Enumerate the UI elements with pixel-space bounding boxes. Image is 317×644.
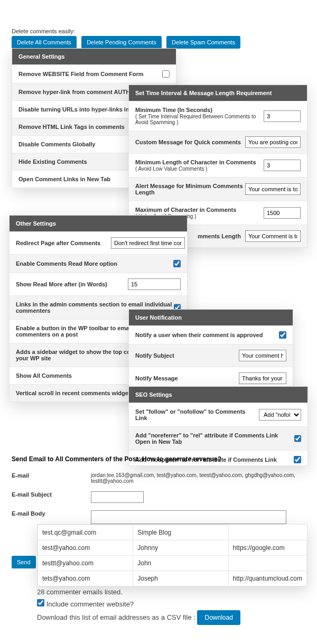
readmore-checkbox[interactable]: [173, 260, 181, 267]
setting-label: Add "noreferrer" to "rel" attribute if C…: [135, 432, 294, 445]
setting-label: Custom Message for Quick comments: [135, 139, 245, 145]
setting-row: Set "follow" or "nofollow" to Comments L…: [129, 403, 307, 426]
notify-message-input[interactable]: [239, 372, 286, 384]
setting-label: mments Length: [198, 233, 245, 239]
seo-panel: SEO Settings Set "follow" or "nofollow" …: [128, 386, 308, 466]
table-row: tets@yahoo.comJosephhttp://quantumcloud.…: [38, 571, 307, 586]
setting-row: Enable Comments Read More option: [10, 254, 187, 273]
setting-row: Custom Message for Quick comments: [129, 130, 307, 153]
follow-select[interactable]: Add "nofollow": [259, 409, 301, 421]
notification-panel: User Notification Notify a user when the…: [128, 309, 293, 390]
name-cell: Joseph: [133, 571, 228, 586]
name-cell: Johnny: [133, 540, 228, 556]
email-list-value: jordan.lee.163@gmail.com, test@yahoo.com…: [91, 472, 307, 484]
general-settings-header: General Settings: [12, 49, 176, 64]
website-field-checkbox[interactable]: [162, 70, 170, 78]
url-cell[interactable]: http://quantumcloud.com: [228, 571, 306, 586]
email-cell[interactable]: testtt@yahoo.com: [38, 556, 133, 571]
setting-row: Notify Subject: [129, 344, 293, 367]
delete-spam-button[interactable]: Delete Spam Comments: [166, 36, 240, 49]
count-text: 28 commenter emails listed.: [37, 588, 240, 596]
seo-header: SEO Settings: [129, 387, 307, 403]
download-row: Download this list of email addresses as…: [37, 610, 240, 625]
table-row: testtt@yahoo.comJohn: [38, 556, 307, 571]
download-text: Download this list of email addresses as…: [37, 613, 195, 621]
setting-label: Redirect Page after Comments: [16, 240, 111, 246]
setting-row: Alert Message for Minimum Comments Lengt…: [129, 177, 307, 201]
max-length-input[interactable]: [264, 207, 301, 219]
setting-label: Minimum Length of Character in Comments(…: [135, 159, 264, 172]
subject-label: E-mail Subject: [12, 491, 91, 503]
email-row: E-mailjordan.lee.163@gmail.com, test@yah…: [12, 472, 307, 484]
delete-intro: Delete comments easily:: [12, 28, 75, 34]
body-row: E-mail Body: [12, 510, 307, 524]
setting-row: Show Read More after (in Words): [10, 273, 187, 295]
setting-label: Remove WEBSITE Field from Comment Form: [18, 71, 162, 77]
email-heading: Send Email to All Commenters of the Post…: [12, 455, 307, 463]
email-cell[interactable]: tets@yahoo.com: [38, 571, 133, 586]
name-cell: Simple Blog: [133, 525, 228, 540]
redirect-input[interactable]: [111, 237, 185, 249]
url-cell[interactable]: https://google.com: [228, 540, 306, 556]
include-label: Include commenter website?: [46, 600, 134, 608]
delete-pending-button[interactable]: Delete Pending Comments: [81, 36, 161, 49]
name-cell: John: [133, 556, 228, 571]
commenter-table: test.qc@gmail.comSimple Blog test@yahoo.…: [38, 525, 307, 586]
setting-label: Alert Message for Minimum Comments Lengt…: [135, 183, 245, 195]
subject-input[interactable]: [91, 491, 144, 503]
notify-approved-checkbox[interactable]: [279, 331, 286, 339]
url-cell: [228, 556, 306, 571]
email-cell[interactable]: test.qc@gmail.com: [38, 525, 133, 540]
setting-label: Show Read More after (in Words): [16, 281, 128, 287]
setting-label: Minimum Time (In Seconds)( Set Time Inte…: [135, 107, 264, 125]
commenter-table-container: test.qc@gmail.comSimple Blog test@yahoo.…: [37, 524, 307, 587]
setting-row: Add "noreferrer" to "rel" attribute if C…: [129, 426, 307, 450]
notification-header: User Notification: [129, 310, 293, 325]
setting-row: Minimum Length of Character in Comments(…: [129, 153, 307, 177]
include-website-checkbox[interactable]: [37, 599, 44, 606]
download-button[interactable]: Download: [197, 610, 240, 625]
alert-msg-input[interactable]: [245, 183, 301, 195]
table-row: test@yahoo.comJohnnyhttps://google.com: [38, 540, 307, 556]
setting-row: Notify a user when their comment is appr…: [129, 325, 293, 344]
delete-all-button[interactable]: Delete All Comments: [12, 36, 77, 49]
setting-row: Remove WEBSITE Field from Comment Form: [12, 64, 176, 83]
time-interval-header: Set Time Interval & Message Length Requi…: [129, 85, 307, 101]
setting-label: Notify a user when their comment is appr…: [135, 332, 279, 338]
setting-label: Notify Message: [135, 375, 239, 381]
email-label: E-mail: [12, 472, 91, 484]
body-textarea[interactable]: [91, 510, 286, 524]
quick-msg-input[interactable]: [245, 136, 301, 148]
include-row: Include commenter website?: [37, 599, 240, 608]
send-button[interactable]: Send: [12, 556, 36, 568]
setting-label: Notify Subject: [135, 352, 239, 359]
min-time-input[interactable]: [264, 110, 301, 122]
subject-row: E-mail Subject: [12, 491, 307, 503]
noreferrer-checkbox[interactable]: [294, 435, 301, 442]
setting-row: Minimum Time (In Seconds)( Set Time Inte…: [129, 101, 307, 130]
min-length-input[interactable]: [264, 160, 301, 171]
delete-button-row: Delete All Comments Delete Pending Comme…: [12, 36, 243, 49]
readmore-words-input[interactable]: [128, 278, 181, 290]
setting-label: Enable Comments Read More option: [16, 260, 173, 267]
notify-subject-input[interactable]: [239, 350, 286, 361]
body-label: E-mail Body: [12, 510, 91, 524]
setting-row: Redirect Page after Comments: [10, 231, 187, 254]
long-msg-input[interactable]: [245, 230, 301, 242]
email-cell[interactable]: test@yahoo.com: [38, 540, 133, 556]
footer-section: 28 commenter emails listed. Include comm…: [37, 588, 240, 625]
setting-label: Set "follow" or "nofollow" to Comments L…: [135, 408, 259, 421]
other-settings-header: Other Settings: [10, 216, 187, 231]
table-row: test.qc@gmail.comSimple Blog: [38, 525, 307, 540]
